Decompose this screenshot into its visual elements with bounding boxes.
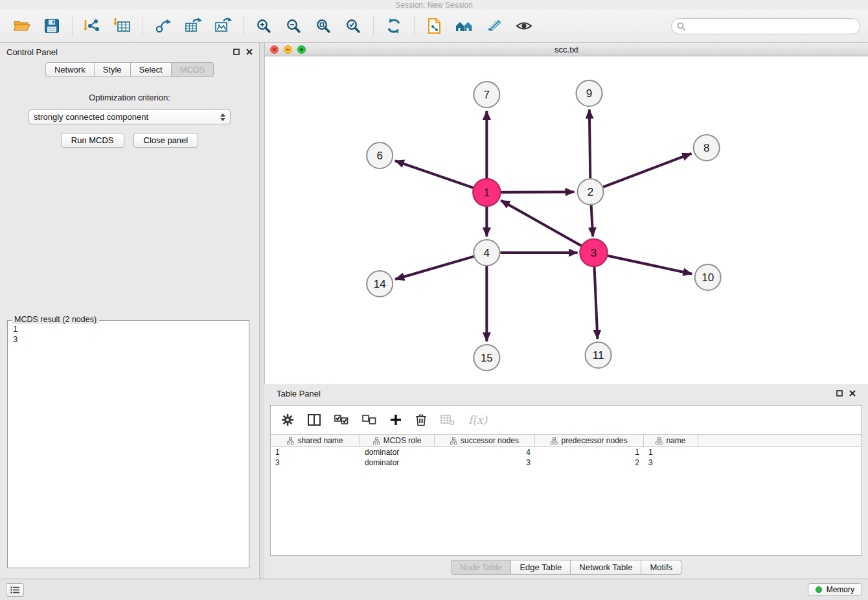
cell-mcds-role[interactable]: dominator [360, 457, 435, 468]
network-window-titlebar: scc.txt [265, 43, 868, 56]
zoom-fit-button[interactable] [309, 12, 337, 40]
close-panel-icon[interactable] [246, 49, 253, 55]
graph-node-3[interactable]: 3 [580, 239, 608, 266]
column-header-filler [698, 435, 862, 446]
cell-successor-nodes[interactable]: 4 [435, 447, 535, 457]
edge-3-to-10[interactable] [607, 255, 692, 273]
visual-style-button[interactable] [480, 12, 508, 40]
column-header-shared-name[interactable]: shared name [271, 435, 360, 446]
table-row[interactable]: 3dominator323 [271, 457, 862, 468]
cell-predecessor-nodes[interactable]: 2 [535, 457, 644, 468]
edge-2-to-3[interactable] [591, 205, 593, 237]
graph-node-9[interactable]: 9 [577, 80, 602, 106]
import-table-button[interactable] [108, 12, 137, 40]
cell-name[interactable]: 3 [644, 457, 698, 468]
network-canvas[interactable]: 7968124314101511 [265, 56, 868, 384]
zoom-in-button[interactable] [249, 12, 278, 40]
zoom-out-button[interactable] [279, 12, 308, 40]
control-tab-select[interactable]: Select [131, 62, 172, 77]
eye-icon [516, 19, 532, 32]
edge-3-to-11[interactable] [594, 266, 597, 339]
graph-node-4[interactable]: 4 [474, 240, 499, 266]
main-area: Control Panel NetworkStyleSelectMCDS Opt… [0, 43, 868, 579]
cell-predecessor-nodes[interactable]: 1 [535, 447, 644, 457]
gear-icon [281, 413, 294, 426]
search-input[interactable] [671, 18, 860, 34]
column-header-predecessor-nodes[interactable]: predecessor nodes [535, 435, 644, 446]
network-view-window: scc.txt 7968124314101511 [264, 43, 868, 384]
select-all-button[interactable] [334, 415, 348, 425]
graph-node-10[interactable]: 10 [695, 264, 721, 290]
export-image-button[interactable] [209, 12, 237, 40]
refresh-icon [385, 17, 402, 34]
toolbar-separator [373, 16, 374, 36]
export-table-icon [184, 17, 202, 34]
graph-node-2[interactable]: 2 [578, 179, 604, 205]
edge-3-to-1[interactable] [501, 200, 582, 246]
status-bar: Memory [0, 579, 868, 600]
table-tab-motifs[interactable]: Motifs [641, 560, 681, 575]
close-panel-button[interactable]: Close panel [133, 133, 199, 148]
network-from-document-button[interactable] [420, 12, 449, 40]
graph-node-7[interactable]: 7 [474, 82, 499, 108]
svg-text:11: 11 [593, 349, 604, 362]
open-session-button[interactable] [8, 12, 36, 40]
table-settings-button[interactable] [281, 413, 294, 426]
memory-button[interactable]: Memory [808, 583, 862, 596]
float-panel-icon[interactable] [233, 49, 240, 55]
cell-mcds-role[interactable]: dominator [360, 447, 435, 457]
control-tab-mcds[interactable]: MCDS [172, 62, 214, 77]
import-network-button[interactable] [78, 12, 107, 40]
edge-1-to-6[interactable] [395, 161, 474, 188]
graph-node-6[interactable]: 6 [367, 143, 393, 168]
column-header-mcds-role[interactable]: MCDS role [360, 435, 435, 446]
close-table-panel-icon[interactable] [849, 390, 856, 397]
task-history-button[interactable] [6, 583, 24, 597]
mcds-result-title: MCDS result (2 nodes) [12, 315, 99, 324]
float-table-panel-icon[interactable] [836, 390, 843, 397]
cell-name[interactable]: 1 [644, 447, 698, 457]
show-columns-button[interactable] [308, 414, 321, 426]
add-column-button[interactable] [390, 414, 402, 426]
save-session-button[interactable] [38, 12, 66, 40]
cell-shared-name[interactable]: 1 [271, 447, 360, 457]
zoom-selected-button[interactable] [339, 12, 367, 40]
cell-successor-nodes[interactable]: 3 [435, 457, 535, 468]
apply-layout-button[interactable] [380, 12, 408, 40]
window-titlebar: Session: New Session [0, 0, 868, 10]
function-builder-icon: f(x) [468, 413, 487, 426]
edge-2-to-8[interactable] [603, 154, 691, 187]
minimize-window-button[interactable] [284, 45, 292, 54]
control-tab-network[interactable]: Network [45, 62, 95, 77]
table-tab-node-table[interactable]: Node Table [451, 560, 512, 575]
close-window-button[interactable] [270, 45, 279, 54]
optimization-dropdown[interactable]: strongly connected component [29, 110, 231, 124]
cell-shared-name[interactable]: 3 [271, 457, 360, 468]
graph-node-1[interactable]: 1 [473, 179, 500, 206]
graph-node-8[interactable]: 8 [694, 135, 720, 161]
control-tab-style[interactable]: Style [95, 62, 131, 77]
run-mcds-button[interactable]: Run MCDS [61, 133, 124, 148]
maximize-window-button[interactable] [297, 45, 306, 54]
first-neighbors-button[interactable] [450, 12, 479, 40]
home-icon [455, 18, 474, 34]
edge-4-to-14[interactable] [395, 257, 474, 279]
export-network-button[interactable] [149, 12, 177, 40]
control-panel-header: Control Panel [0, 43, 259, 61]
delete-column-button[interactable] [415, 413, 427, 426]
edge-2-to-9[interactable] [589, 110, 590, 178]
column-header-name[interactable]: name [644, 435, 698, 446]
edge-1-to-2[interactable] [500, 192, 574, 192]
table-tab-edge-table[interactable]: Edge Table [511, 560, 571, 575]
graph-node-11[interactable]: 11 [586, 342, 611, 368]
graph-node-15[interactable]: 15 [474, 345, 499, 371]
deselect-all-button[interactable] [362, 415, 376, 425]
network-graph: 7968124314101511 [265, 56, 868, 384]
graph-node-14[interactable]: 14 [367, 271, 393, 297]
show-hide-button[interactable] [510, 12, 538, 40]
column-type-icon [656, 437, 663, 444]
table-row[interactable]: 1dominator411 [271, 447, 862, 457]
table-tab-network-table[interactable]: Network Table [571, 560, 641, 575]
column-header-successor-nodes[interactable]: successor nodes [435, 435, 535, 446]
export-table-button[interactable] [179, 12, 207, 40]
